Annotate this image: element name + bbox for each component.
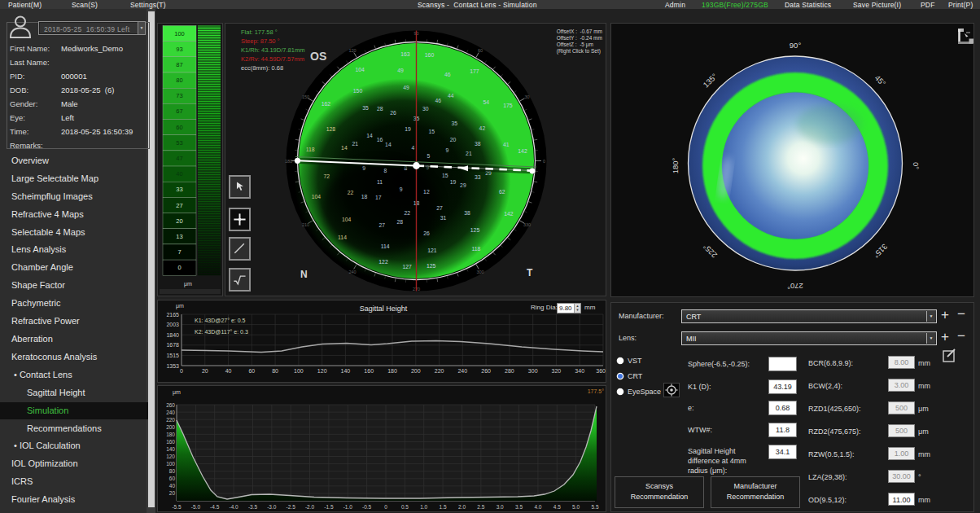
svg-text:19: 19 [405,126,411,132]
svg-text:225°: 225° [701,242,719,260]
svg-text:104: 104 [312,194,322,200]
svg-text:260: 260 [481,368,491,374]
svg-text:-1.0: -1.0 [343,504,353,510]
svg-text:30: 30 [524,94,529,99]
svg-text:0: 0 [180,368,183,374]
svg-text:140: 140 [166,446,175,452]
svg-text:-3.0: -3.0 [267,504,277,510]
svg-text:0: 0 [543,159,545,164]
svg-text:180: 180 [285,159,292,164]
svg-text:9: 9 [400,186,403,192]
svg-text:21: 21 [466,151,472,156]
svg-text:20: 20 [202,368,208,374]
svg-text:28: 28 [397,219,404,225]
svg-text:-3.5: -3.5 [248,504,258,510]
svg-text:46: 46 [435,98,441,103]
svg-text:142: 142 [518,148,527,154]
svg-text:49: 49 [403,85,409,90]
svg-text:45°: 45° [873,73,888,88]
svg-text:125: 125 [427,263,436,269]
svg-text:200: 200 [166,424,175,430]
svg-text:1840: 1840 [166,332,179,338]
svg-text:16: 16 [377,137,383,142]
svg-text:40: 40 [225,368,232,374]
svg-text:104: 104 [355,67,365,72]
svg-text:30: 30 [422,106,429,112]
svg-text:160: 160 [364,368,374,374]
svg-text:177: 177 [470,68,479,74]
svg-text:26: 26 [390,110,396,116]
svg-text:121: 121 [427,248,437,253]
svg-text:47: 47 [176,155,182,162]
svg-text:122: 122 [378,259,388,265]
svg-text:180: 180 [387,368,397,374]
svg-text:80: 80 [272,368,278,374]
svg-text:22: 22 [348,190,354,195]
svg-text:OS: OS [310,50,326,63]
svg-text:14: 14 [341,145,348,151]
svg-text:0: 0 [384,504,387,510]
svg-text:5.5: 5.5 [591,504,598,510]
svg-text:5: 5 [427,153,431,159]
svg-text:150: 150 [302,94,309,99]
svg-text:14: 14 [385,142,392,147]
svg-text:N: N [300,269,308,280]
svg-text:20: 20 [176,217,182,225]
svg-text:118: 118 [471,246,480,252]
svg-text:93: 93 [176,46,182,53]
svg-text:46: 46 [444,72,451,77]
svg-text:330: 330 [523,222,531,227]
svg-text:2003: 2003 [166,322,179,327]
svg-text:7: 7 [177,248,181,256]
svg-text:20: 20 [169,490,176,496]
svg-text:175: 175 [503,103,513,108]
svg-text:360: 360 [596,368,606,374]
svg-text:135°: 135° [701,72,719,90]
svg-text:180: 180 [166,432,175,437]
svg-text:K2: 43D@117° e: 0.3: K2: 43D@117° e: 0.3 [195,329,248,335]
svg-text:40: 40 [176,170,182,178]
svg-text:19: 19 [450,179,457,185]
svg-text:1678: 1678 [166,342,179,348]
svg-text:μm: μm [173,389,181,396]
svg-text:72: 72 [323,173,330,179]
svg-text:114: 114 [338,235,347,240]
svg-text:220: 220 [166,417,175,423]
svg-text:27: 27 [436,205,443,211]
svg-text:300: 300 [476,270,483,274]
svg-text:-1.5: -1.5 [324,504,334,510]
svg-text:13: 13 [176,233,182,240]
svg-text:60: 60 [176,124,182,131]
svg-text:127: 127 [402,264,412,270]
svg-text:125: 125 [470,227,480,233]
svg-text:120: 120 [317,368,327,374]
svg-text:15: 15 [442,173,448,178]
svg-text:T: T [527,267,533,278]
svg-text:114: 114 [381,243,390,249]
svg-text:40: 40 [169,483,176,489]
svg-text:27: 27 [176,202,182,209]
svg-text:270°: 270° [787,282,803,291]
svg-text:41: 41 [503,142,510,147]
svg-text:33: 33 [475,174,481,180]
svg-text:3.5: 3.5 [515,504,523,510]
svg-text:67: 67 [176,107,182,115]
svg-text:5.0: 5.0 [572,504,580,510]
svg-text:4.0: 4.0 [534,504,541,510]
svg-text:163: 163 [400,51,410,57]
svg-text:100: 100 [166,461,175,467]
svg-text:-4.0: -4.0 [229,504,238,510]
svg-text:49: 49 [397,68,404,73]
svg-text:35: 35 [452,121,458,126]
svg-text:Sagittal Height: Sagittal Height [360,305,408,313]
svg-text:0.5: 0.5 [401,504,409,510]
svg-text:29: 29 [460,182,466,188]
svg-text:38: 38 [475,141,481,147]
svg-text:315°: 315° [872,242,890,260]
svg-text:26: 26 [423,230,430,236]
svg-text:280: 280 [505,368,514,374]
svg-text:162: 162 [322,101,331,107]
svg-text:340: 340 [575,368,584,374]
svg-text:62: 62 [499,189,505,195]
svg-text:44: 44 [448,93,454,99]
